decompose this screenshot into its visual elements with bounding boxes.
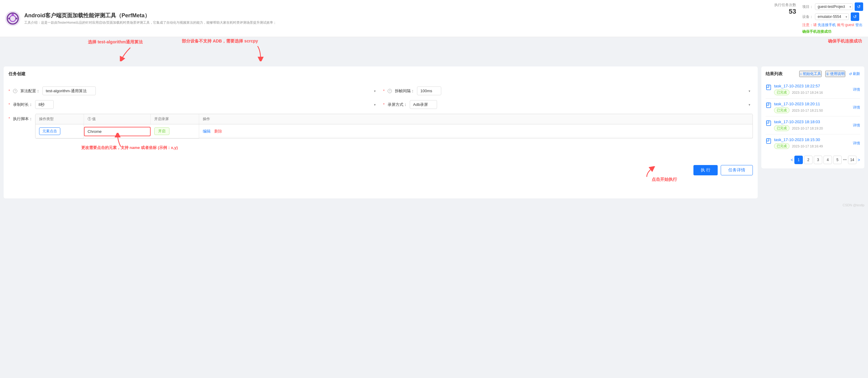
col-action-header: 操作类型 (35, 114, 84, 124)
ann-adb-arrow (252, 45, 270, 61)
account-text: 账号:guest (837, 23, 855, 27)
frame-select[interactable]: 100ms (417, 86, 441, 95)
detail-link-3[interactable]: 详情 (853, 141, 860, 146)
required-star-1: * (8, 89, 10, 93)
svg-rect-13 (767, 139, 769, 141)
result-status-1: 已完成 2023-10-17 18:21:50 (774, 107, 850, 113)
header-title-block: Android客户端页面加载性能评测工具（PerfMeta） 工具介绍：这是一款… (24, 12, 774, 25)
task-detail-button[interactable]: 任务详情 (721, 165, 753, 175)
script-table-wrapper: 操作类型 ① 值 开启录屏 操作 元素点击 Chrome (35, 114, 753, 139)
stats-block: 执行任务次数 53 (774, 2, 796, 16)
script-table: 操作类型 ① 值 开启录屏 操作 元素点击 Chrome (35, 114, 753, 139)
delete-link[interactable]: 删除 (214, 129, 222, 134)
ann-algo-arrow (118, 46, 143, 61)
page-14[interactable]: 14 (848, 156, 857, 164)
file-icon-0 (766, 84, 772, 92)
page-4[interactable]: 4 (824, 156, 832, 164)
refresh-icon: ↺ (849, 72, 852, 76)
result-name-2[interactable]: task_17-10-2023 18:18:03 (774, 119, 850, 124)
record-tag[interactable]: 开启 (154, 127, 169, 135)
project-row: 项目： guest-testProject ↺ (802, 2, 863, 11)
notice-text: 注意：请 先连接手机 账号:guest 登出 (802, 23, 863, 28)
status-badge-1: 已完成 (774, 107, 789, 113)
panel-title: 任务创建 (8, 71, 26, 77)
action-tag[interactable]: 元素点击 (39, 127, 60, 135)
stats-label: 执行任务次数 (774, 2, 796, 7)
device-select[interactable]: emulator-5554 (815, 13, 849, 20)
project-select[interactable]: guest-testProject (815, 3, 853, 10)
sidebar-title: 结果列表 (766, 71, 782, 77)
file-icon-2 (766, 120, 772, 128)
device-row: 设备： emulator-5554 ↺ (802, 12, 863, 21)
sidebar-refresh-btn[interactable]: ↺ 刷新 (849, 71, 860, 77)
frame-label: 拆帧间隔： (395, 88, 414, 94)
value-text: Chrome (88, 129, 101, 134)
sidebar: 结果列表 ○ 初始化工具 ① 使用说明 ↺ 刷新 (761, 66, 864, 198)
frame-info-icon[interactable]: ? (388, 89, 392, 93)
result-status-3: 已完成 2023-10-17 18:16:49 (774, 143, 850, 149)
record-select-box: Adb录屏 (410, 100, 753, 109)
app-subtitle: 工具介绍：这是一款由TesterHome出品的针对应用启动/页面加载耗时类场景评… (24, 20, 774, 25)
detail-link-2[interactable]: 详情 (853, 123, 860, 128)
logout-link[interactable]: 登出 (855, 23, 863, 27)
svg-point-5 (8, 18, 10, 20)
algorithm-label: 算法配置： (20, 88, 40, 94)
svg-point-3 (11, 13, 14, 16)
script-table-header: 操作类型 ① 值 开启录屏 操作 (35, 114, 752, 124)
action-cell: 元素点击 (35, 124, 84, 138)
result-info-2: task_17-10-2023 18:18:03 已完成 2023-10-17 … (774, 119, 850, 131)
footer-text: CSDN @testlp (842, 203, 864, 207)
results-list: task_17-10-2023 18:22:57 已完成 2023-10-17 … (766, 81, 860, 152)
page-3[interactable]: 3 (814, 156, 822, 164)
form-row-2: * 录制时长： 8秒 * 录屏方式： Adb录屏 (8, 100, 753, 109)
result-info-0: task_17-10-2023 18:22:57 已完成 2023-10-17 … (774, 84, 850, 95)
result-item-1: task_17-10-2023 18:20:11 已完成 2023-10-17 … (766, 98, 860, 116)
pagination: < 1 2 3 4 5 ••• 14 > (766, 156, 860, 164)
result-time-0: 2023-10-17 18:24:16 (792, 91, 823, 94)
connect-phone-link[interactable]: 先连接手机 (818, 23, 836, 27)
project-select-wrapper: guest-testProject (815, 3, 853, 10)
footer: CSDN @testlp (0, 202, 868, 208)
duration-label: 录制时长： (13, 102, 33, 107)
detail-link-1[interactable]: 详情 (853, 105, 860, 110)
page-prev[interactable]: < (791, 157, 793, 162)
script-label: 执行脚本： (13, 116, 33, 122)
result-name-3[interactable]: task_17-10-2023 18:15:30 (774, 138, 850, 142)
col-op-header: 操作 (199, 114, 752, 124)
project-refresh-btn[interactable]: ↺ (855, 2, 863, 11)
ann-algo-text: 选择 test-algorithm通用算法 (88, 39, 143, 45)
result-status-2: 已完成 2023-10-17 18:19:20 (774, 125, 850, 131)
result-name-1[interactable]: task_17-10-2023 18:20:11 (774, 101, 850, 106)
result-item-3: task_17-10-2023 18:15:30 已完成 2023-10-17 … (766, 135, 860, 152)
sidebar-header: 结果列表 ○ 初始化工具 ① 使用说明 ↺ 刷新 (766, 71, 860, 77)
execute-button[interactable]: 执 行 (693, 165, 718, 175)
algo-info-icon[interactable]: ? (13, 89, 17, 93)
page-1[interactable]: 1 (794, 156, 803, 164)
result-name-0[interactable]: task_17-10-2023 18:22:57 (774, 84, 850, 88)
algorithm-select[interactable]: test-algorithm-通用算法 (42, 86, 96, 95)
page-5[interactable]: 5 (833, 156, 842, 164)
detail-link-0[interactable]: 详情 (853, 87, 860, 92)
frame-select-box: 100ms (417, 86, 753, 95)
duration-field: * 录制时长： 8秒 (8, 100, 378, 109)
record-select[interactable]: Adb录屏 (410, 100, 437, 109)
file-icon-3 (766, 138, 772, 146)
svg-point-4 (16, 18, 17, 20)
table-row: 元素点击 Chrome 开启 编辑 删除 (35, 124, 752, 138)
usage-btn[interactable]: ① 使用说明 (825, 71, 845, 77)
ann-adb-text: 部分设备不支持 ADB，需要选择 scrcpy (182, 38, 258, 44)
record-label: 录屏方式： (388, 102, 407, 107)
page-next[interactable]: > (858, 157, 860, 162)
file-icon-1 (766, 102, 772, 110)
edit-link[interactable]: 编辑 (203, 129, 211, 134)
init-tool-btn[interactable]: ○ 初始化工具 (799, 71, 822, 77)
connected-notice: 确保手机连接成功 (802, 29, 831, 34)
device-refresh-btn[interactable]: ↺ (851, 12, 859, 21)
duration-select-box: 8秒 (35, 100, 378, 109)
status-badge-2: 已完成 (774, 125, 789, 131)
form-row-1: * ? 算法配置： test-algorithm-通用算法 * ? 拆帧间隔： (8, 86, 753, 95)
record-cell: 开启 (151, 124, 199, 138)
duration-select[interactable]: 8秒 (35, 100, 54, 109)
page-2[interactable]: 2 (804, 156, 812, 164)
top-annotations: 选择 test-algorithm通用算法 部分设备不支持 ADB，需要选择 s… (0, 37, 868, 63)
